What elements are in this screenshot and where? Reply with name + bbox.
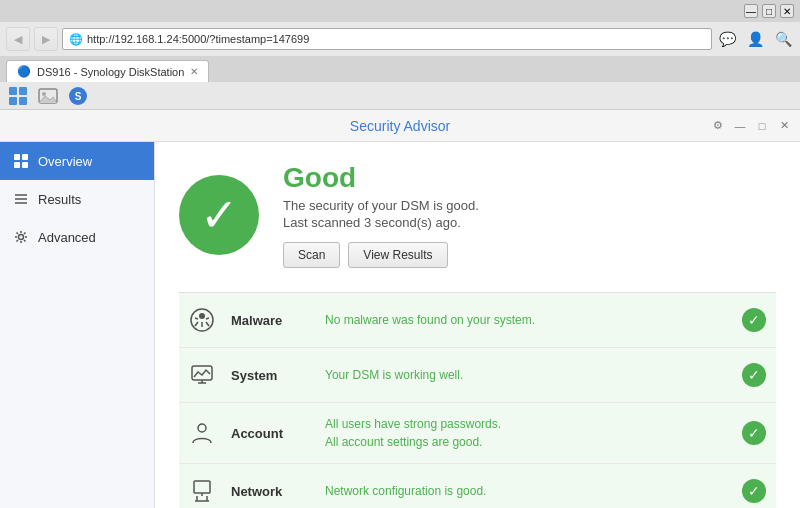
active-tab[interactable]: 🔵 DS916 - Synology DiskStation ✕ bbox=[6, 60, 209, 82]
malware-status: ✓ bbox=[740, 306, 768, 334]
check-item-system: System Your DSM is working well. ✓ bbox=[179, 348, 776, 403]
svg-rect-10 bbox=[14, 162, 20, 168]
sidebar-item-advanced[interactable]: Advanced bbox=[0, 218, 154, 256]
overview-icon bbox=[12, 152, 30, 170]
status-title: Good bbox=[283, 162, 479, 194]
sidebar-item-overview-label: Overview bbox=[38, 154, 92, 169]
svg-rect-27 bbox=[194, 481, 210, 493]
app-controls: ⚙ — □ ✕ bbox=[710, 118, 792, 134]
search-icon[interactable]: 🔍 bbox=[772, 28, 794, 50]
check-item-malware: Malware No malware was found on your sys… bbox=[179, 293, 776, 348]
view-results-button[interactable]: View Results bbox=[348, 242, 447, 268]
svg-line-22 bbox=[206, 318, 209, 319]
address-bar[interactable]: 🌐 http://192.168.1.24:5000/?timestamp=14… bbox=[62, 28, 712, 50]
app-titlebar: Security Advisor ⚙ — □ ✕ bbox=[0, 110, 800, 142]
malware-check-icon: ✓ bbox=[742, 308, 766, 332]
app-window: Security Advisor ⚙ — □ ✕ Overview bbox=[0, 110, 800, 508]
checkmark-icon: ✓ bbox=[200, 192, 239, 238]
system-label: System bbox=[231, 368, 311, 383]
malware-label: Malware bbox=[231, 313, 311, 328]
svg-point-15 bbox=[19, 235, 24, 240]
svg-rect-11 bbox=[22, 162, 28, 168]
app-title: Security Advisor bbox=[350, 118, 450, 134]
app-minimize-button[interactable]: — bbox=[732, 118, 748, 134]
status-buttons: Scan View Results bbox=[283, 242, 479, 268]
check-item-account: Account All users have strong passwords.… bbox=[179, 403, 776, 464]
svg-text:S: S bbox=[75, 91, 82, 102]
svg-point-26 bbox=[198, 424, 206, 432]
system-text: Your DSM is working well. bbox=[325, 366, 726, 384]
back-button[interactable]: ◀ bbox=[6, 27, 30, 51]
forward-button[interactable]: ▶ bbox=[34, 27, 58, 51]
scan-button[interactable]: Scan bbox=[283, 242, 340, 268]
svg-rect-0 bbox=[9, 87, 17, 95]
sidebar-item-results[interactable]: Results bbox=[0, 180, 154, 218]
toolbar-row: S bbox=[0, 82, 800, 110]
maximize-button[interactable]: □ bbox=[762, 4, 776, 18]
network-text: Network configuration is good. bbox=[325, 482, 726, 500]
main-content: ✓ Good The security of your DSM is good.… bbox=[155, 142, 800, 508]
svg-rect-9 bbox=[22, 154, 28, 160]
system-icon bbox=[187, 360, 217, 390]
app-content: Overview Results bbox=[0, 142, 800, 508]
sidebar-item-overview[interactable]: Overview bbox=[0, 142, 154, 180]
system-status: ✓ bbox=[740, 361, 768, 389]
system-check-icon: ✓ bbox=[742, 363, 766, 387]
check-item-network: Network Network configuration is good. ✓ bbox=[179, 464, 776, 508]
tab-favicon: 🔵 bbox=[17, 65, 31, 78]
status-section: ✓ Good The security of your DSM is good.… bbox=[179, 162, 776, 268]
results-icon bbox=[12, 190, 30, 208]
tab-close-button[interactable]: ✕ bbox=[190, 66, 198, 77]
tab-label: DS916 - Synology DiskStation bbox=[37, 66, 184, 78]
status-info: Good The security of your DSM is good. L… bbox=[283, 162, 479, 268]
network-status: ✓ bbox=[740, 477, 768, 505]
svg-point-16 bbox=[191, 309, 213, 331]
nav-bar: ◀ ▶ 🌐 http://192.168.1.24:5000/?timestam… bbox=[0, 22, 800, 56]
apps-icon[interactable] bbox=[6, 84, 30, 108]
svg-point-17 bbox=[199, 313, 205, 319]
account-status: ✓ bbox=[740, 419, 768, 447]
account-check-icon: ✓ bbox=[742, 421, 766, 445]
network-label: Network bbox=[231, 484, 311, 499]
svg-line-20 bbox=[206, 322, 209, 326]
filter-icon[interactable]: ⚙ bbox=[710, 118, 726, 134]
malware-text: No malware was found on your system. bbox=[325, 311, 726, 329]
title-bar: — □ ✕ bbox=[0, 0, 800, 22]
account-text: All users have strong passwords. All acc… bbox=[325, 415, 726, 451]
image-icon[interactable] bbox=[36, 84, 60, 108]
svg-point-5 bbox=[42, 92, 46, 96]
page-icon: 🌐 bbox=[69, 33, 83, 46]
sidebar-item-results-label: Results bbox=[38, 192, 81, 207]
svg-rect-8 bbox=[14, 154, 20, 160]
account-label: Account bbox=[231, 426, 311, 441]
svg-rect-1 bbox=[19, 87, 27, 95]
app-maximize-button[interactable]: □ bbox=[754, 118, 770, 134]
check-items: Malware No malware was found on your sys… bbox=[179, 292, 776, 508]
status-good-icon: ✓ bbox=[179, 175, 259, 255]
network-icon bbox=[187, 476, 217, 506]
svg-rect-2 bbox=[9, 97, 17, 105]
sidebar: Overview Results bbox=[0, 142, 155, 508]
account-icon bbox=[187, 418, 217, 448]
malware-icon bbox=[187, 305, 217, 335]
advanced-icon bbox=[12, 228, 30, 246]
svg-rect-3 bbox=[19, 97, 27, 105]
svg-line-21 bbox=[195, 318, 198, 319]
close-button[interactable]: ✕ bbox=[780, 4, 794, 18]
network-check-icon: ✓ bbox=[742, 479, 766, 503]
app-close-button[interactable]: ✕ bbox=[776, 118, 792, 134]
status-description: The security of your DSM is good. bbox=[283, 198, 479, 213]
chat-icon[interactable]: 💬 bbox=[716, 28, 738, 50]
status-time: Last scanned 3 second(s) ago. bbox=[283, 215, 479, 230]
address-text: http://192.168.1.24:5000/?timestamp=1476… bbox=[87, 33, 705, 45]
svg-line-18 bbox=[195, 322, 198, 326]
synology-icon[interactable]: S bbox=[66, 84, 90, 108]
sidebar-item-advanced-label: Advanced bbox=[38, 230, 96, 245]
tab-bar: 🔵 DS916 - Synology DiskStation ✕ bbox=[0, 56, 800, 82]
user-icon[interactable]: 👤 bbox=[744, 28, 766, 50]
nav-icons: 💬 👤 🔍 bbox=[716, 28, 794, 50]
minimize-button[interactable]: — bbox=[744, 4, 758, 18]
